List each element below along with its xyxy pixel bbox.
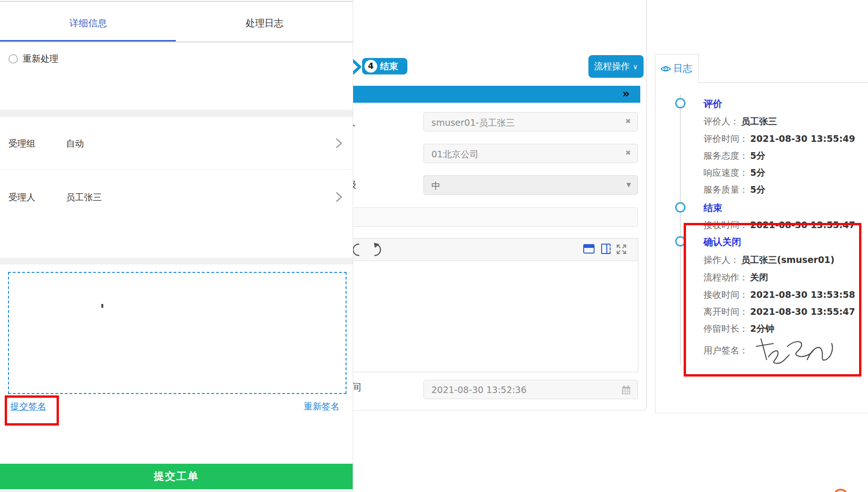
- log-line: 停留时长：2分钟: [703, 323, 774, 335]
- fullscreen-icon[interactable]: [615, 243, 628, 255]
- time-value: 2021-08-30 13:52:36: [431, 385, 527, 395]
- log-line: 评价时间：2021-08-30 13:55:49: [703, 133, 855, 145]
- submit-signature-link[interactable]: 提交签名: [10, 401, 46, 413]
- submit-ticket-button[interactable]: 提交工单: [0, 464, 353, 489]
- orange-cursor-mark: [835, 489, 847, 492]
- log-line: 评价人：员工张三: [703, 115, 777, 128]
- eye-icon: [660, 64, 671, 74]
- section-band: [0, 258, 353, 264]
- log-tab-label: 日志: [673, 62, 692, 75]
- accept-group-value: 自动: [66, 138, 84, 150]
- row-divider: [0, 169, 353, 170]
- reprocess-option[interactable]: 重新处理: [8, 53, 58, 65]
- timeline-node-icon: [675, 236, 686, 246]
- editor-toolbar: [353, 238, 638, 261]
- empty-text-input[interactable]: [353, 207, 638, 227]
- handler-value: smuser01-员工张三: [431, 117, 515, 129]
- tab-detail-info[interactable]: 详细信息: [0, 17, 176, 30]
- log-panel: 日志 评价 评价人：员工张三 评价时间：2021-08-30 13:55:49 …: [655, 54, 868, 413]
- rich-text-editor: [353, 238, 638, 372]
- step-number: 4: [364, 60, 377, 73]
- chevron-right-icon: [336, 138, 342, 149]
- step-4-end-badge[interactable]: 4 结束: [362, 58, 407, 74]
- log-entry-title: 结束: [703, 202, 722, 214]
- ticket-workflow-page: 详细信息 处理日志 重新处理 受理组 自动 受理人 员工张三: [0, 0, 868, 492]
- chevron-right-icon: [336, 191, 342, 203]
- clear-icon[interactable]: ✖: [625, 149, 631, 156]
- collapse-icon[interactable]: »: [622, 87, 630, 100]
- timeline-line: [680, 94, 681, 365]
- handler-input[interactable]: smuser01-员工张三 ✖: [423, 112, 638, 131]
- time-label-partial: 时间: [353, 381, 361, 394]
- tab-process-log[interactable]: 处理日志: [176, 17, 353, 30]
- step-arrow-icon: [353, 58, 362, 75]
- accept-person-label: 受理人: [8, 191, 35, 204]
- log-line: 接收时间：2021-08-30 13:55:47: [703, 219, 855, 231]
- detail-panel: 详细信息 处理日志 重新处理 受理组 自动 受理人 员工张三: [0, 0, 353, 492]
- signature-canvas[interactable]: [8, 272, 347, 394]
- tabs-divider: [0, 41, 353, 42]
- redo-icon[interactable]: [368, 242, 384, 257]
- radio-icon[interactable]: [8, 54, 18, 64]
- reprocess-label: 重新处理: [23, 53, 58, 65]
- redo-signature-link[interactable]: 重新签名: [304, 401, 339, 413]
- accept-person-row[interactable]: 受理人 员工张三: [0, 186, 353, 209]
- log-line: 流程动作：关闭: [703, 271, 768, 284]
- priority-label-partial: 级: [353, 179, 356, 191]
- company-value: 01北京公司: [431, 148, 479, 161]
- log-line: 操作人：员工张三(smuser01): [703, 254, 835, 266]
- time-input[interactable]: 2021-08-30 13:52:36: [423, 380, 638, 399]
- signature-stroke-dot: [101, 304, 103, 308]
- panel-top-divider: [0, 1, 353, 2]
- process-actions-label: 流程操作: [594, 61, 630, 71]
- timeline-node-icon: [675, 98, 686, 108]
- process-actions-button[interactable]: 流程操作 ∨: [588, 55, 644, 78]
- caret-down-icon: ∨: [633, 63, 638, 71]
- timeline-node-icon: [675, 202, 686, 213]
- caret-down-icon: ▼: [627, 181, 631, 188]
- accept-group-row[interactable]: 受理组 自动: [0, 132, 353, 156]
- log-line: 离开时间：2021-08-30 13:55:47: [703, 306, 855, 318]
- log-entry-title: 评价: [703, 98, 722, 110]
- log-line: 服务态度：5分: [703, 150, 765, 162]
- editor-window-icon[interactable]: [583, 244, 595, 254]
- log-header-divider: [699, 82, 868, 83]
- company-input[interactable]: 01北京公司 ✖: [423, 144, 638, 163]
- undo-icon[interactable]: [353, 242, 364, 257]
- calendar-icon[interactable]: [620, 385, 632, 396]
- user-signature-scribble: [754, 335, 837, 368]
- ticket-form-panel: 4 结束 流程操作 ∨ » 人 smuser01-员工张三 ✖ 01北京公司 ✖…: [353, 0, 647, 410]
- form-section-header: »: [353, 86, 640, 103]
- log-line: 用户签名：: [703, 344, 750, 357]
- log-line: 接收时间：2021-08-30 13:53:58: [703, 289, 855, 301]
- editor-columns-icon[interactable]: [601, 244, 611, 254]
- clear-icon[interactable]: ✖: [625, 117, 631, 125]
- bottom-strip: [0, 489, 353, 492]
- section-band: [0, 110, 353, 117]
- log-tab[interactable]: 日志: [655, 54, 699, 83]
- accept-person-value: 员工张三: [66, 191, 102, 204]
- log-entry-title: 确认关闭: [703, 236, 741, 248]
- log-line: 服务质量：5分: [703, 184, 765, 196]
- accept-group-label: 受理组: [8, 138, 35, 150]
- editor-content-area[interactable]: [353, 261, 638, 372]
- step-label: 结束: [380, 60, 398, 73]
- priority-value: 中: [431, 180, 440, 192]
- log-line: 响应速度：5分: [703, 167, 765, 179]
- priority-select[interactable]: 中 ▼: [423, 175, 638, 195]
